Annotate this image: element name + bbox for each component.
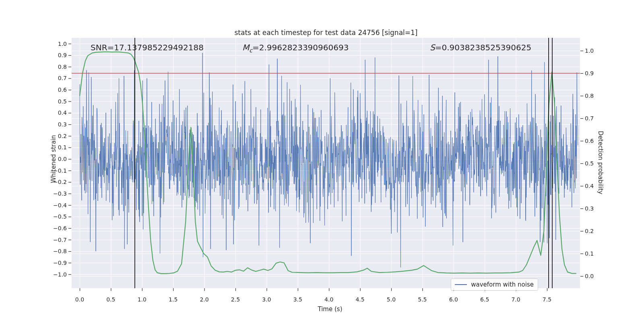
annotation-s-stat: S=0.9038238525390625 — [430, 43, 531, 52]
left-tick-label: 0.1 — [58, 144, 67, 151]
x-tick-label: 7.5 — [543, 296, 551, 303]
legend: waveform with noise — [451, 279, 538, 291]
right-tick-label: 0.4 — [585, 183, 594, 189]
y-axis-label-left: Whitened strain — [50, 135, 57, 183]
right-tick-label: 0.1 — [585, 250, 594, 257]
annotation-mc-value: =2.9962823390960693 — [252, 43, 349, 52]
x-tick-label: 3.0 — [262, 296, 271, 303]
annotation-snr-prefix: SNR — [91, 43, 107, 52]
x-tick-label: 3.5 — [293, 296, 302, 303]
left-tick-label: −0.4 — [53, 202, 67, 208]
annotation-mc-prefix: M — [242, 43, 249, 52]
left-tick-label: −0.1 — [53, 167, 67, 174]
right-tick-label: 0.2 — [585, 228, 594, 234]
left-tick-label: 0.7 — [58, 75, 67, 81]
left-tick-label: −0.3 — [53, 190, 67, 197]
annotation-mc-subscript: c — [249, 47, 252, 54]
chart-title: stats at each timestep for test data 247… — [235, 29, 418, 37]
left-tick-label: 0.6 — [58, 87, 67, 93]
annotation-s-prefix: S — [430, 43, 435, 52]
x-tick-label: 2.0 — [200, 296, 208, 303]
y-axis-label-right: Detection probability — [597, 131, 604, 194]
left-tick-label: −0.9 — [53, 260, 67, 266]
right-tick-label: 0.3 — [585, 205, 594, 212]
right-tick-label: 0.5 — [585, 160, 594, 167]
left-tick-label: 0.3 — [58, 121, 67, 128]
right-tick-label: 0.9 — [585, 70, 594, 76]
left-tick-label: −0.7 — [53, 237, 67, 243]
x-tick-label: 5.0 — [387, 296, 396, 303]
left-tick-label: 0.2 — [58, 133, 67, 139]
x-tick-label: 5.5 — [418, 296, 427, 303]
x-tick-label: 2.5 — [231, 296, 240, 303]
annotation-chirp-mass: Mc=2.9962823390960693 — [242, 43, 349, 54]
x-tick-label: 7.0 — [511, 296, 520, 303]
left-tick-label: −0.5 — [53, 213, 67, 220]
x-tick-label: 4.0 — [324, 296, 333, 303]
left-tick-label: −1.0 — [53, 271, 67, 278]
legend-line-sample — [455, 284, 467, 285]
left-tick-label: 0.5 — [58, 98, 67, 105]
x-tick-label: 1.5 — [169, 296, 178, 303]
legend-label: waveform with noise — [471, 281, 534, 288]
right-tick-label: 0.0 — [585, 273, 594, 279]
annotation-snr: SNR=17.137985229492188 — [91, 43, 204, 52]
x-tick-label: 1.0 — [138, 296, 147, 303]
left-tick-label: 1.0 — [58, 41, 67, 47]
left-tick-label: 0.8 — [58, 64, 67, 70]
right-tick-label: 0.7 — [585, 115, 594, 122]
left-tick-label: −0.6 — [53, 225, 67, 231]
annotation-s-value: =0.9038238525390625 — [435, 43, 531, 52]
left-tick-label: 0.0 — [58, 156, 67, 162]
x-tick-label: 6.5 — [480, 296, 489, 303]
right-tick-label: 0.6 — [585, 138, 594, 144]
left-tick-label: −0.8 — [53, 248, 67, 254]
x-tick-label: 6.0 — [449, 296, 458, 303]
left-tick-label: 0.4 — [58, 109, 67, 116]
x-tick-label: 0.0 — [75, 296, 84, 303]
x-tick-label: 4.5 — [355, 296, 364, 303]
left-tick-label: 0.9 — [58, 52, 67, 58]
figure: stats at each timestep for test data 247… — [0, 0, 644, 322]
annotation-snr-value: =17.137985229492188 — [107, 43, 204, 52]
left-tick-label: −0.2 — [53, 179, 67, 185]
right-tick-label: 0.8 — [585, 93, 594, 99]
x-axis-label: Time (s) — [318, 305, 343, 313]
x-tick-label: 0.5 — [106, 296, 115, 303]
right-tick-label: 1.0 — [585, 47, 594, 54]
